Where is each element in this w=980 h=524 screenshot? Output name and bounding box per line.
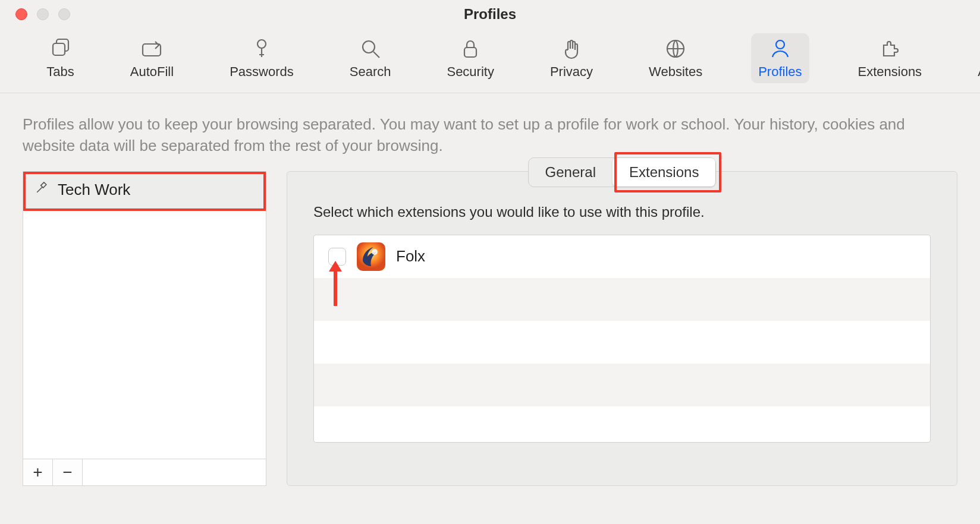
svg-rect-1 (53, 43, 65, 55)
window-title: Profiles (0, 6, 980, 23)
svg-point-4 (363, 41, 375, 53)
profile-tabs-segmented: General Extensions (528, 157, 717, 187)
profile-detail-pane: General Extensions Select which extensio… (287, 171, 957, 486)
extensions-list: Folx (313, 235, 931, 443)
preferences-window: Profiles General Tabs AutoFill Passwords (0, 0, 980, 524)
toolbar-item-security[interactable]: Security (439, 33, 501, 83)
svg-point-3 (257, 40, 266, 48)
toolbar-item-extensions[interactable]: Extensions (851, 33, 929, 83)
sidebar-controls-filler (83, 459, 266, 485)
toolbar-label: Privacy (550, 64, 593, 80)
hammer-icon (34, 180, 49, 200)
magnifier-icon (359, 37, 382, 61)
titlebar: Profiles (0, 0, 980, 29)
profiles-sidebar: Tech Work + − (23, 171, 266, 486)
extension-name: Folx (396, 247, 425, 266)
extension-row-empty (314, 321, 930, 364)
tabs-icon (49, 37, 73, 61)
extension-row-empty (314, 278, 930, 321)
hand-icon (560, 37, 583, 61)
toolbar-item-search[interactable]: Search (343, 33, 398, 83)
toolbar-item-privacy[interactable]: Privacy (543, 33, 600, 83)
sidebar-controls: + − (23, 459, 266, 486)
preferences-toolbar: General Tabs AutoFill Passwords Search (0, 29, 980, 93)
person-icon (768, 37, 792, 61)
svg-point-11 (372, 249, 378, 255)
extension-row-folx[interactable]: Folx (314, 235, 930, 278)
extension-checkbox[interactable] (328, 248, 346, 266)
toolbar-label: Websites (649, 64, 702, 80)
key-icon (250, 37, 274, 61)
toolbar-label: Advanced (978, 64, 980, 80)
profile-row-tech-work[interactable]: Tech Work (23, 172, 266, 209)
toolbar-item-profiles[interactable]: Profiles (751, 33, 809, 83)
toolbar-label: AutoFill (130, 64, 174, 80)
toolbar-item-advanced[interactable]: Advanced (970, 33, 980, 83)
extension-row-empty (314, 364, 930, 406)
svg-rect-5 (464, 48, 476, 57)
globe-icon (664, 37, 687, 61)
toolbar-label: Passwords (230, 64, 294, 80)
toolbar-item-websites[interactable]: Websites (642, 33, 709, 83)
toolbar-label: Extensions (858, 64, 922, 80)
profile-name: Tech Work (58, 181, 130, 199)
extensions-instruction: Select which extensions you would like t… (287, 201, 957, 231)
segmented-extensions[interactable]: Extensions (612, 158, 715, 187)
pencil-box-icon (140, 37, 164, 61)
svg-point-7 (776, 40, 784, 49)
segmented-general[interactable]: General (529, 158, 612, 187)
toolbar-item-autofill[interactable]: AutoFill (123, 33, 181, 83)
extension-row-empty (314, 406, 930, 443)
segmented-control-wrap: General Extensions (287, 157, 957, 187)
toolbar-item-passwords[interactable]: Passwords (222, 33, 301, 83)
lock-icon (458, 37, 482, 61)
profiles-list: Tech Work (23, 171, 266, 459)
toolbar-label: Security (447, 64, 494, 80)
toolbar-label: Tabs (46, 64, 74, 80)
toolbar-label: Profiles (758, 64, 802, 80)
content-area: Tech Work + − General Extensions Select … (0, 171, 980, 524)
remove-profile-button[interactable]: − (53, 459, 83, 485)
toolbar-item-tabs[interactable]: Tabs (39, 33, 81, 83)
add-profile-button[interactable]: + (23, 459, 53, 485)
toolbar-label: Search (350, 64, 391, 80)
puzzle-icon (878, 37, 902, 61)
folx-app-icon (357, 242, 385, 271)
